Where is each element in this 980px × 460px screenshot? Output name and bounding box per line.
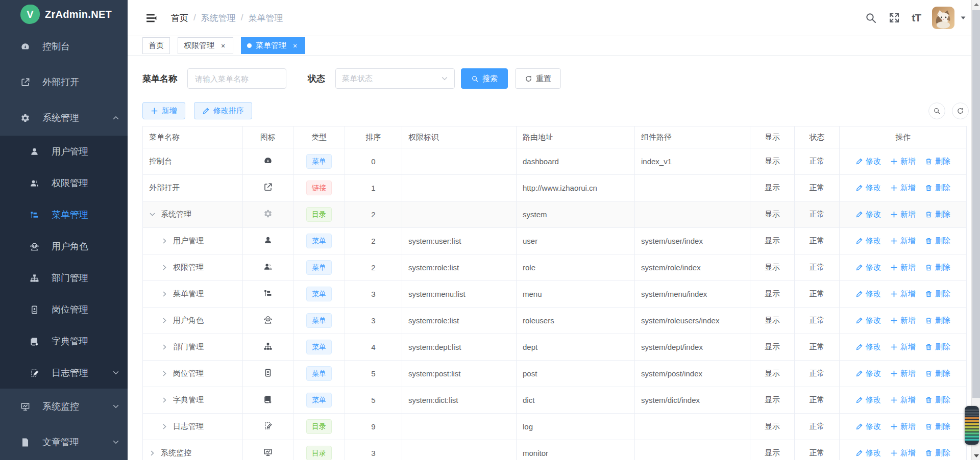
row-add-button[interactable]: 新增 [890,369,916,378]
sidebar-item-system[interactable]: 系统管理 [0,100,128,136]
row-edit-button[interactable]: 修改 [855,369,881,378]
sidebar-item-external[interactable]: 外部打开 [0,64,128,100]
type-badge: 菜单 [306,313,332,328]
breadcrumb-item[interactable]: 系统管理 [201,12,236,24]
fullscreen-icon[interactable] [888,12,900,24]
row-add-button[interactable]: 新增 [890,236,916,246]
breadcrumb-item[interactable]: 首页 [171,12,188,24]
row-delete-button[interactable]: 删除 [925,289,950,299]
menu-name-text: 菜单管理 [173,289,204,299]
sidebar-item-log[interactable]: 日志管理 [0,357,128,389]
scroll-down-arrow-icon[interactable] [972,451,980,460]
perms-cell [402,175,517,201]
route-cell: http://www.izhaorui.cn [517,175,635,201]
row-add-button[interactable]: 新增 [890,289,916,299]
app-logo[interactable]: V ZrAdmin.NET [0,0,128,29]
reset-button[interactable]: 重置 [515,68,561,89]
action-label: 新增 [900,342,916,352]
visible-cell: 显示 [750,440,795,460]
row-delete-button[interactable]: 删除 [925,263,950,272]
menu-name-input[interactable] [187,68,286,89]
sidebar-item-roleusers[interactable]: 用户角色 [0,231,128,262]
status-cell: 正常 [795,148,840,175]
tab-权限管理[interactable]: 权限管理× [178,37,233,54]
sidebar-item-dept[interactable]: 部门管理 [0,262,128,294]
row-add-button[interactable]: 新增 [890,316,916,325]
sidebar-item-menu[interactable]: 菜单管理 [0,199,128,231]
status-select[interactable]: 菜单状态 [335,68,455,89]
row-add-button[interactable]: 新增 [890,448,916,458]
tab-close-icon[interactable]: × [291,42,299,50]
row-add-button[interactable]: 新增 [890,422,916,431]
breadcrumb-item[interactable]: 菜单管理 [248,12,283,24]
row-add-button[interactable]: 新增 [890,210,916,219]
menu-name-text: 控制台 [149,157,172,166]
id-badge-icon [263,368,273,377]
row-delete-button[interactable]: 删除 [925,369,950,378]
row-edit-button[interactable]: 修改 [855,342,881,352]
type-badge: 菜单 [306,340,332,354]
menu-name-text: 权限管理 [173,263,204,272]
menu-icon-cell [243,334,293,361]
actions-cell: 修改新增删除 [840,281,967,308]
tab-close-icon[interactable]: × [219,42,227,50]
row-delete-button[interactable]: 删除 [925,395,950,405]
tab-菜单管理[interactable]: 菜单管理× [241,37,305,54]
row-delete-button[interactable]: 删除 [925,183,950,193]
page-content: 菜单名称 状态 菜单状态 搜索 重置 新增 [128,56,980,460]
tab-首页[interactable]: 首页 [142,37,170,54]
sidebar-toggle-icon[interactable] [145,12,158,24]
row-edit-button[interactable]: 修改 [855,289,881,299]
row-edit-button[interactable]: 修改 [855,316,881,325]
table-row: 日志管理目录9log显示正常修改新增删除 [143,414,967,440]
sidebar-item-article[interactable]: 文章管理 [0,424,128,460]
header-search-icon[interactable] [865,12,877,24]
row-edit-button[interactable]: 修改 [855,210,881,219]
sidebar-item-user[interactable]: 用户管理 [0,136,128,167]
row-edit-button[interactable]: 修改 [855,183,881,193]
user-menu-caret-icon[interactable] [960,14,967,21]
show-search-toggle-button[interactable] [928,103,945,119]
row-delete-button[interactable]: 删除 [925,157,950,166]
floating-color-widget[interactable] [965,406,979,445]
row-add-button[interactable]: 新增 [890,183,916,193]
add-button[interactable]: 新增 [142,102,185,119]
perms-cell: system:post:list [402,361,517,387]
log-icon [263,421,273,430]
row-delete-button[interactable]: 删除 [925,448,950,458]
type-badge: 菜单 [306,260,332,275]
vertical-scrollbar[interactable] [971,0,980,460]
action-label: 修改 [866,289,881,299]
row-edit-button[interactable]: 修改 [855,263,881,272]
row-delete-button[interactable]: 删除 [925,210,950,219]
row-delete-button[interactable]: 删除 [925,342,950,352]
row-edit-button[interactable]: 修改 [855,157,881,166]
row-edit-button[interactable]: 修改 [855,395,881,405]
row-delete-button[interactable]: 删除 [925,236,950,246]
scroll-up-arrow-icon[interactable] [972,0,980,9]
sidebar-item-post[interactable]: 岗位管理 [0,294,128,325]
actions-cell: 修改新增删除 [840,201,967,228]
refresh-table-button[interactable] [952,103,969,119]
search-button[interactable]: 搜索 [461,68,508,89]
sidebar-item-dashboard[interactable]: 控制台 [0,29,128,64]
font-size-icon[interactable]: tT [912,12,921,24]
row-delete-button[interactable]: 删除 [925,316,950,325]
sidebar-item-dict[interactable]: 字典管理 [0,325,128,357]
row-add-button[interactable]: 新增 [890,342,916,352]
sidebar-item-monitor[interactable]: 系统监控 [0,389,128,424]
row-add-button[interactable]: 新增 [890,395,916,405]
row-edit-button[interactable]: 修改 [855,448,881,458]
plus-icon [890,370,898,377]
row-add-button[interactable]: 新增 [890,157,916,166]
visible-cell: 显示 [750,175,795,201]
row-delete-button[interactable]: 删除 [925,422,950,431]
row-add-button[interactable]: 新增 [890,263,916,272]
sidebar-item-label: 用户管理 [52,145,88,158]
scrollbar-thumb[interactable] [972,10,980,398]
row-edit-button[interactable]: 修改 [855,422,881,431]
row-edit-button[interactable]: 修改 [855,236,881,246]
sidebar-item-role[interactable]: 权限管理 [0,167,128,199]
edit-sort-button[interactable]: 修改排序 [194,102,252,119]
avatar[interactable] [932,7,954,29]
